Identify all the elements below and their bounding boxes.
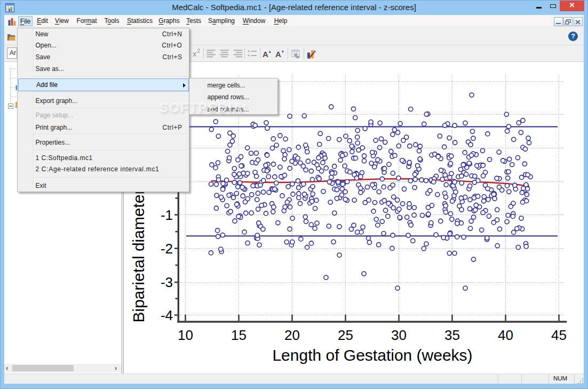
svg-text:A: A <box>263 50 268 59</box>
svg-text:45: 45 <box>551 327 567 343</box>
svg-text:A: A <box>275 50 281 59</box>
svg-text:2: 2 <box>197 48 201 54</box>
svg-text:20: 20 <box>284 327 300 343</box>
svg-text:Length of Gestation (weeks): Length of Gestation (weeks) <box>272 346 472 364</box>
svg-text:35: 35 <box>444 327 460 343</box>
svg-text:x: x <box>193 49 197 58</box>
svg-text:-1: -1 <box>161 207 173 223</box>
svg-text:25: 25 <box>338 327 353 343</box>
svg-text:10: 10 <box>178 327 193 343</box>
svg-text:-4: -4 <box>161 307 173 323</box>
svg-text:-2: -2 <box>161 241 173 257</box>
svg-text:15: 15 <box>231 327 247 343</box>
svg-text:-3: -3 <box>161 274 173 290</box>
svg-text:30: 30 <box>391 327 407 343</box>
svg-text:40: 40 <box>498 327 513 343</box>
